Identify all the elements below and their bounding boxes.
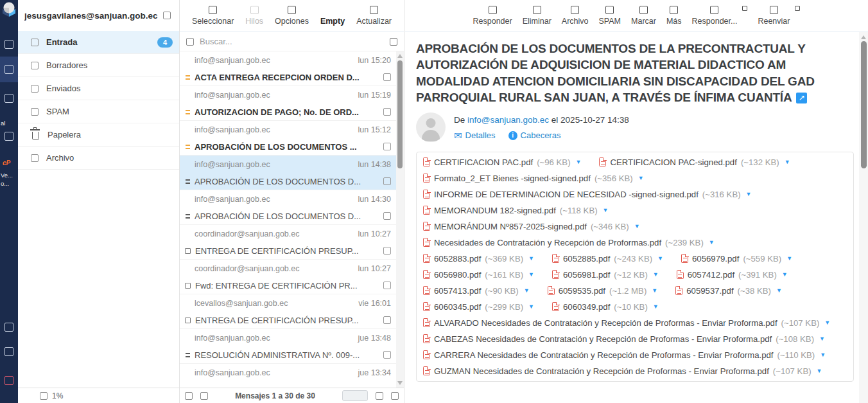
rail-icon-2[interactable] xyxy=(4,94,13,103)
attachment-menu-icon[interactable]: ▼ xyxy=(528,271,534,278)
attachment-chip[interactable]: Formato_2_ET Bienes -signed-signed.pdf(~… xyxy=(423,174,644,183)
attachment-chip[interactable]: CERTIFICACION PAC.pdf(~96 KB)▼ xyxy=(423,157,581,167)
attachment-menu-icon[interactable]: ▼ xyxy=(528,255,534,262)
attachment-chip[interactable]: 6056980.pdf(~161 KB)▼ xyxy=(423,270,534,280)
attachment-chip[interactable]: 6060349.pdf(~10 KB)▼ xyxy=(552,302,659,312)
message-checkbox[interactable] xyxy=(383,73,391,81)
attachment-chip[interactable]: 6057413.pdf(~90 KB)▼ xyxy=(423,286,530,296)
attachment-menu-icon[interactable]: ▼ xyxy=(634,223,640,229)
scrollbar-thumb[interactable] xyxy=(397,60,403,168)
attachment-chip[interactable]: MEMORÁNDUM Nº857-2025-signed.pdf(~346 KB… xyxy=(423,222,640,231)
search-options-icon[interactable] xyxy=(390,38,397,46)
list-item[interactable]: coordinador@sanjuan.gob.eclun 10:27 Fwd:… xyxy=(180,260,396,294)
page-input[interactable] xyxy=(342,390,368,401)
message-checkbox[interactable] xyxy=(383,247,391,255)
footer-last-icon[interactable] xyxy=(391,392,399,400)
message-checkbox[interactable] xyxy=(383,351,391,359)
empty-button[interactable]: Empty xyxy=(320,6,345,26)
sidebar-item-borradores[interactable]: Borradores xyxy=(18,54,179,77)
select-button[interactable]: Seleccionar xyxy=(192,6,234,26)
roundcube-logo-icon[interactable] xyxy=(1,1,17,17)
attachment-menu-icon[interactable]: ▼ xyxy=(709,239,715,246)
attachment-chip[interactable]: CERTIFICACION PAC-signed.pdf(~132 KB)▼ xyxy=(599,157,790,167)
forward-dropdown-icon[interactable] xyxy=(795,6,800,11)
attachment-chip[interactable]: 6060345.pdf(~299 KB)▼ xyxy=(423,302,534,312)
forward-button[interactable]: Reenviar xyxy=(758,6,790,26)
attachment-menu-icon[interactable]: ▼ xyxy=(785,159,790,165)
message-checkbox[interactable] xyxy=(383,143,391,150)
message-checkbox[interactable] xyxy=(383,282,391,289)
rail-icon-5[interactable] xyxy=(4,347,13,356)
refresh-button[interactable]: Actualizar xyxy=(356,6,392,26)
reply-button[interactable]: Responder xyxy=(473,6,512,26)
scroll-down-icon[interactable] xyxy=(397,381,403,385)
attachment-menu-icon[interactable]: ▼ xyxy=(824,319,830,326)
attachment-menu-icon[interactable]: ▼ xyxy=(746,191,752,197)
archive-button[interactable]: Archivo xyxy=(562,6,589,26)
attachment-chip[interactable]: 6052883.pdf(~369 KB)▼ xyxy=(423,254,534,264)
scrollbar-thumb[interactable] xyxy=(861,41,867,168)
list-item[interactable]: info@sanjuan.gob.ecjue 13:48 RESOLUCIÓN … xyxy=(180,329,396,364)
details-link[interactable]: ✉ Detalles xyxy=(454,130,496,141)
attachment-menu-icon[interactable]: ▼ xyxy=(652,287,657,294)
attachment-chip[interactable]: 6056979.pdf(~559 KB)▼ xyxy=(681,254,792,264)
attachment-menu-icon[interactable]: ▼ xyxy=(528,303,534,310)
reply-all-dropdown-icon[interactable] xyxy=(742,6,747,11)
attachment-menu-icon[interactable]: ▼ xyxy=(524,287,530,294)
attachment-chip[interactable]: INFORME DE DETERMINACION DE NECESIDAD -s… xyxy=(423,190,752,199)
spam-button[interactable]: SPAM xyxy=(599,6,621,26)
reply-all-button[interactable]: Responder... xyxy=(692,6,738,26)
list-item[interactable]: coordinador@sanjuan.gob.eclun 10:27 ENTR… xyxy=(180,225,396,260)
attachment-menu-icon[interactable]: ▼ xyxy=(819,336,825,342)
attachment-chip[interactable]: CABEZAS Necesidades de Contratación y Re… xyxy=(423,334,825,344)
search-bar[interactable]: Buscar... xyxy=(180,32,404,51)
sender-email-link[interactable]: info@sanjuan.gob.ec xyxy=(467,115,549,125)
reading-scrollbar[interactable] xyxy=(859,32,868,403)
attachment-menu-icon[interactable]: ▼ xyxy=(576,159,582,165)
list-item[interactable]: info@sanjuan.gob.eclun 15:19 AUTORIZACIO… xyxy=(180,86,396,121)
message-checkbox[interactable] xyxy=(383,316,391,324)
open-in-new-window-icon[interactable]: ↗ xyxy=(796,93,807,103)
mark-button[interactable]: Marcar xyxy=(631,6,656,26)
attachment-menu-icon[interactable]: ▼ xyxy=(603,207,609,213)
attachment-menu-icon[interactable]: ▼ xyxy=(776,287,782,294)
footer-next-icon[interactable] xyxy=(376,392,383,400)
more-button[interactable]: Más xyxy=(666,6,682,26)
attachment-chip[interactable]: MEMORANDUM 182-signed.pdf(~118 KB)▼ xyxy=(423,206,609,215)
rail-icon-1[interactable] xyxy=(4,40,13,49)
attachment-menu-icon[interactable]: ▼ xyxy=(820,352,826,358)
cpanel-logo-icon[interactable]: cP xyxy=(3,159,10,166)
headers-link[interactable]: i Cabeceras xyxy=(508,130,561,140)
rail-icon-red[interactable] xyxy=(4,376,13,385)
attachment-chip[interactable]: Necesidades de Contratación y Recepción … xyxy=(423,238,715,247)
attachment-menu-icon[interactable]: ▼ xyxy=(657,255,663,262)
account-header[interactable]: jesusgavilanes@sanjuan.gob.ec xyxy=(18,0,179,31)
footer-select-icon[interactable] xyxy=(185,392,193,400)
list-scrollbar[interactable] xyxy=(396,51,404,388)
search-input[interactable]: Buscar... xyxy=(200,37,232,46)
rail-icon-4[interactable] xyxy=(4,323,13,332)
list-item[interactable]: info@sanjuan.gob.ecjue 13:34 xyxy=(180,364,396,388)
attachment-menu-icon[interactable]: ▼ xyxy=(653,271,659,278)
options-button[interactable]: Opciones xyxy=(275,6,309,26)
scroll-up-icon[interactable] xyxy=(397,54,403,58)
attachment-chip[interactable]: GUZMAN Necesidades de Contratación y Rec… xyxy=(423,366,822,376)
message-checkbox[interactable] xyxy=(383,108,391,116)
attachment-chip[interactable]: 6056981.pdf(~12 KB)▼ xyxy=(552,270,659,280)
rail-icon-3[interactable] xyxy=(4,132,13,141)
attachment-chip[interactable]: 6052885.pdf(~243 KB)▼ xyxy=(552,254,663,264)
attachment-menu-icon[interactable]: ▼ xyxy=(786,255,792,262)
scroll-up-icon[interactable] xyxy=(861,35,866,39)
sidebar-item-papelera[interactable]: Papelera xyxy=(18,123,179,147)
account-menu-icon[interactable] xyxy=(163,12,171,19)
attachment-chip[interactable]: ALVARADO Necesidades de Contratación y R… xyxy=(423,318,830,328)
attachment-chip[interactable]: 6057412.pdf(~391 KB)▼ xyxy=(677,270,788,280)
sidebar-item-spam[interactable]: SPAM xyxy=(18,100,179,123)
sidebar-item-entrada[interactable]: Entrada 4 xyxy=(18,31,179,54)
attachment-chip[interactable]: CARRERA Necesidades de Contratación y Re… xyxy=(423,350,826,360)
list-item[interactable]: info@sanjuan.gob.eclun 15:20 ACTA ENTREG… xyxy=(180,51,396,86)
attachment-chip[interactable]: 6059537.pdf(~38 KB)▼ xyxy=(675,286,782,296)
list-item-selected[interactable]: info@sanjuan.gob.eclun 14:38 APROBACIÓN … xyxy=(180,156,396,190)
attachment-menu-icon[interactable]: ▼ xyxy=(782,271,788,278)
attachment-menu-icon[interactable]: ▼ xyxy=(638,175,644,181)
